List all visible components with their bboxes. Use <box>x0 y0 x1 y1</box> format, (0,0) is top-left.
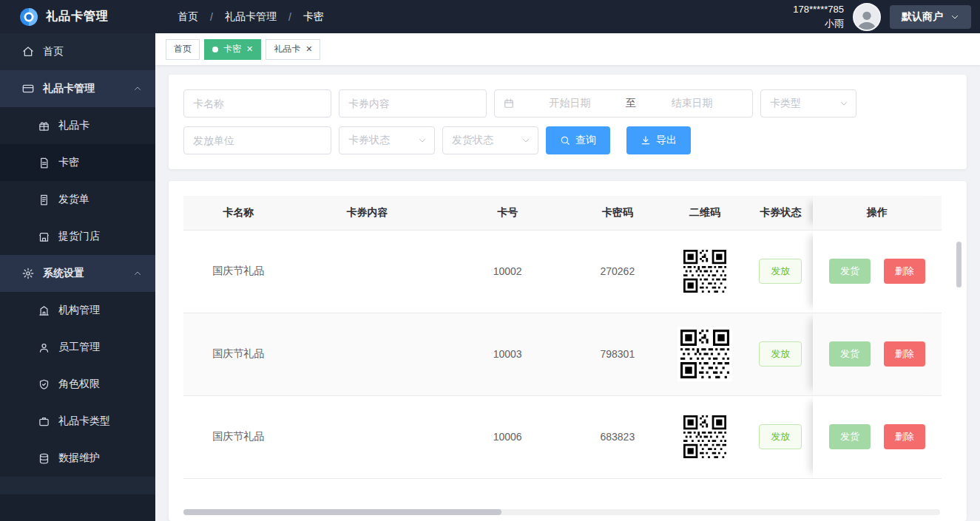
chevron-down-icon <box>950 13 959 21</box>
status-badge: 发放 <box>759 259 802 284</box>
search-icon <box>560 135 570 146</box>
page-content: 开始日期 至 结束日期 卡类型 卡券状态 <box>155 66 980 521</box>
app-logo-icon <box>19 7 38 27</box>
merchant-selector[interactable]: 默认商户 <box>890 5 971 29</box>
sidebar-item-label: 角色权限 <box>58 378 100 391</box>
card-name-input[interactable] <box>183 89 331 118</box>
cell-card-password: 798301 <box>574 313 661 395</box>
horizontal-scrollbar-track <box>183 509 940 515</box>
sidebar-item-label: 数据维护 <box>58 452 100 465</box>
column-header: 卡券内容 <box>294 196 442 230</box>
active-dot-icon <box>212 47 218 52</box>
breadcrumb-giftcard[interactable]: 礼品卡管理 <box>225 10 277 24</box>
close-icon[interactable]: ✕ <box>246 45 253 53</box>
store-icon <box>38 231 50 242</box>
select-placeholder: 卡券状态 <box>348 134 390 147</box>
calendar-icon <box>504 98 514 109</box>
sidebar-item-label: 卡密 <box>58 156 79 169</box>
database-icon <box>38 453 50 464</box>
sidebar-item-card-secret[interactable]: 卡密 <box>0 144 155 181</box>
sidebar: 首页 礼品卡管理 礼品卡 卡密 发货单 提货门店 <box>0 33 155 521</box>
building-icon <box>38 305 50 316</box>
sidebar-section-label: 礼品卡管理 <box>43 82 95 95</box>
breadcrumb-home[interactable]: 首页 <box>178 10 198 24</box>
user-meta: 178*****785 小雨 <box>793 3 844 31</box>
app-title: 礼品卡管理 <box>46 9 109 24</box>
column-header: 卡券状态 <box>748 196 813 230</box>
sidebar-section-giftcard[interactable]: 礼品卡管理 <box>0 70 155 107</box>
sidebar-item-delivery-note[interactable]: 发货单 <box>0 181 155 218</box>
horizontal-scrollbar[interactable] <box>183 509 501 515</box>
sidebar-section-settings[interactable]: 系统设置 <box>0 255 155 292</box>
tab-giftcard[interactable]: 礼品卡 ✕ <box>266 39 320 60</box>
breadcrumb-separator: / <box>288 11 291 23</box>
card-content-input[interactable] <box>339 89 487 118</box>
cell-card-content <box>294 395 442 478</box>
home-icon <box>22 46 34 58</box>
download-icon <box>641 135 651 146</box>
sidebar-item-data-maintenance[interactable]: 数据维护 <box>0 440 155 477</box>
sidebar-item-role-permissions[interactable]: 角色权限 <box>0 366 155 403</box>
column-header: 卡名称 <box>183 196 294 230</box>
sidebar-item-org-management[interactable]: 机构管理 <box>0 292 155 329</box>
sidebar-item-pickup-store[interactable]: 提货门店 <box>0 218 155 255</box>
export-button-label: 导出 <box>656 134 677 147</box>
ship-button[interactable]: 发货 <box>829 424 871 449</box>
cell-card-no: 10003 <box>442 313 574 395</box>
gear-icon <box>22 268 34 279</box>
user-phone: 178*****785 <box>793 3 844 17</box>
ship-button[interactable]: 发货 <box>829 259 871 284</box>
close-icon[interactable]: ✕ <box>305 45 312 53</box>
search-button-label: 查询 <box>575 134 596 147</box>
chevron-down-icon <box>839 99 848 108</box>
sidebar-item-home[interactable]: 首页 <box>0 33 155 70</box>
card-status-select[interactable]: 卡券状态 <box>339 126 435 154</box>
table-row: 国庆节礼品 10006 683823 发放 发货 删除 <box>183 395 942 478</box>
avatar[interactable] <box>853 3 881 31</box>
issue-unit-input[interactable] <box>183 126 331 154</box>
ship-status-select[interactable]: 发货状态 <box>442 126 538 154</box>
ship-button[interactable]: 发货 <box>829 341 871 367</box>
column-header: 二维码 <box>661 196 748 230</box>
logo-area: 礼品卡管理 <box>0 0 155 33</box>
status-badge: 发放 <box>759 341 802 367</box>
cell-card-password: 270262 <box>574 230 661 313</box>
qr-code-image <box>680 412 729 461</box>
sidebar-item-label: 提货门店 <box>58 230 100 243</box>
chevron-down-icon <box>418 136 427 145</box>
breadcrumb-separator: / <box>210 11 213 23</box>
card-secret-table: 卡名称 卡券内容 卡号 卡密码 二维码 卡券状态 操作 国庆节礼品 10002 <box>183 196 942 479</box>
tab-label: 礼品卡 <box>274 43 300 55</box>
document-icon <box>38 157 50 168</box>
end-date-placeholder[interactable]: 结束日期 <box>641 97 743 110</box>
start-date-placeholder[interactable]: 开始日期 <box>518 97 621 110</box>
tab-card-secret[interactable]: 卡密 ✕ <box>204 39 261 60</box>
delete-button[interactable]: 删除 <box>884 259 925 284</box>
card-type-select[interactable]: 卡类型 <box>760 89 856 118</box>
sidebar-footer <box>0 494 155 521</box>
cell-card-name: 国庆节礼品 <box>183 313 294 395</box>
table-row: 国庆节礼品 10002 270262 发放 发货 删除 <box>183 230 942 313</box>
delete-button[interactable]: 删除 <box>884 424 925 449</box>
top-header: 礼品卡管理 首页 / 礼品卡管理 / 卡密 178*****785 小雨 默认商… <box>0 0 980 33</box>
tab-label: 卡密 <box>223 43 241 55</box>
briefcase-icon <box>38 416 50 427</box>
chevron-up-icon <box>133 84 142 93</box>
breadcrumb: 首页 / 礼品卡管理 / 卡密 <box>178 10 324 24</box>
sidebar-item-label: 礼品卡类型 <box>58 415 110 428</box>
delete-button[interactable]: 删除 <box>884 341 925 367</box>
sidebar-item-giftcards[interactable]: 礼品卡 <box>0 107 155 144</box>
export-button[interactable]: 导出 <box>626 126 691 154</box>
cell-card-no: 10006 <box>442 395 574 478</box>
user-name: 小雨 <box>793 17 844 31</box>
chevron-up-icon <box>133 269 142 278</box>
vertical-scrollbar[interactable] <box>956 242 962 287</box>
date-range-picker[interactable]: 开始日期 至 结束日期 <box>494 89 753 118</box>
shield-icon <box>38 379 50 390</box>
column-header: 卡密码 <box>574 196 661 230</box>
search-button[interactable]: 查询 <box>546 126 610 154</box>
tab-home[interactable]: 首页 <box>166 39 200 60</box>
sidebar-item-giftcard-types[interactable]: 礼品卡类型 <box>0 403 155 440</box>
sidebar-item-staff-management[interactable]: 员工管理 <box>0 329 155 366</box>
invoice-icon <box>38 194 50 205</box>
